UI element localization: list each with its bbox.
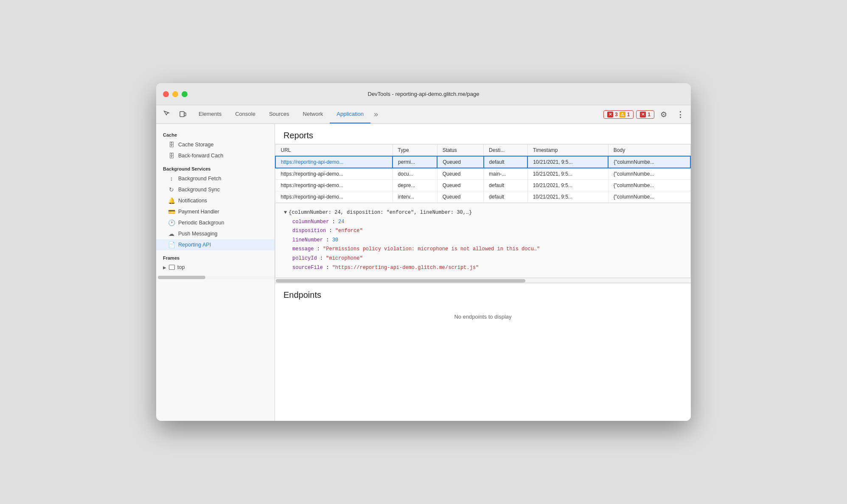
sidebar-scrollbar[interactable] <box>156 276 275 279</box>
cache-header: Cache <box>156 127 275 139</box>
tab-application[interactable]: Application <box>330 105 370 123</box>
collapse-icon: ▼ <box>284 208 287 218</box>
bg-fetch-icon: ↕ <box>168 175 175 182</box>
sidebar-item-payment[interactable]: 💳 Payment Handler <box>156 206 275 217</box>
frames-header: Frames <box>156 250 275 262</box>
key-disposition: disposition <box>292 228 326 234</box>
val-sourceFile: "https://reporting-api-demo.glitch.me/sc… <box>332 265 479 271</box>
tab-network[interactable]: Network <box>296 105 330 123</box>
reports-table: URL Type Status Desti... Timestamp Body … <box>275 144 691 203</box>
tab-bar: Elements Console Sources Network Applica… <box>192 105 602 123</box>
periodic-bg-label: Periodic Backgroun <box>178 220 224 226</box>
val-disposition: "enforce" <box>335 228 363 234</box>
reports-header: Reports <box>275 124 691 144</box>
col-status: Status <box>437 145 483 157</box>
json-prop-message: message : "Permissions policy violation:… <box>284 245 682 254</box>
col-dest: Desti... <box>484 145 528 157</box>
sidebar-item-cache-storage[interactable]: 🗄 Cache Storage <box>156 139 275 150</box>
main-content: Cache 🗄 Cache Storage 🗄 Back-forward Cac… <box>156 124 691 421</box>
row-status: Queued <box>437 168 483 180</box>
row-timestamp: 10/21/2021, 9:5... <box>527 180 608 191</box>
row-dest: default <box>484 156 528 168</box>
val-message: "Permissions policy violation: microphon… <box>323 246 540 252</box>
tab-elements[interactable]: Elements <box>192 105 228 123</box>
row-url: https://reporting-api-demo... <box>275 168 393 180</box>
sidebar-item-bg-sync[interactable]: ↻ Background Sync <box>156 184 275 195</box>
device-icon[interactable] <box>176 108 190 121</box>
bg-fetch-label: Background Fetch <box>178 176 221 182</box>
no-endpoints-message: No endpoints to display <box>275 303 691 330</box>
svg-rect-1 <box>184 113 186 116</box>
col-type: Type <box>393 145 437 157</box>
push-icon: ☁ <box>168 230 175 237</box>
bg-sync-label: Background Sync <box>178 187 220 193</box>
toolbar-right: ✕ 3 ⚠ 1 ✕ 1 ⚙ ⋮ <box>603 108 687 121</box>
content-area: Reports URL Type Status Desti... Timesta… <box>275 124 691 421</box>
periodic-bg-icon: 🕐 <box>168 219 175 226</box>
table-row[interactable]: https://reporting-api-demo... depre... Q… <box>275 180 690 191</box>
row-body: {"columnNumbe... <box>608 180 690 191</box>
sidebar-item-top-frame[interactable]: ▶ top <box>156 262 275 272</box>
window-title: DevTools - reporting-api-demo.glitch.me/… <box>367 91 479 97</box>
back-forward-icon: 🗄 <box>168 152 175 159</box>
sidebar-scroll-thumb <box>158 276 205 279</box>
warn-count: 1 <box>627 112 630 118</box>
notifications-label: Notifications <box>178 198 207 204</box>
tab-sources[interactable]: Sources <box>262 105 296 123</box>
col-body: Body <box>608 145 690 157</box>
key-columnNumber: columnNumber <box>292 219 329 225</box>
json-prop-columnNumber: columnNumber : 24 <box>284 218 682 227</box>
svg-rect-0 <box>180 112 184 117</box>
bg-services-header: Background Services <box>156 161 275 173</box>
row-body: {"columnNumbe... <box>608 168 690 180</box>
val-lineNumber: 30 <box>332 237 338 243</box>
error-badge-2[interactable]: ✕ 1 <box>636 110 654 119</box>
more-options-icon[interactable]: ⋮ <box>673 108 687 121</box>
notifications-icon: 🔔 <box>168 197 175 204</box>
reporting-api-icon: 📄 <box>168 241 175 248</box>
key-policyId: policyId <box>292 255 317 261</box>
sidebar-item-bg-fetch[interactable]: ↕ Background Fetch <box>156 173 275 184</box>
sidebar-item-notifications[interactable]: 🔔 Notifications <box>156 195 275 206</box>
json-prop-disposition: disposition : "enforce" <box>284 227 682 236</box>
tab-console[interactable]: Console <box>228 105 262 123</box>
col-timestamp: Timestamp <box>527 145 608 157</box>
json-prop-lineNumber: lineNumber : 30 <box>284 236 682 245</box>
json-prop-sourceFile: sourceFile : "https://reporting-api-demo… <box>284 263 682 273</box>
row-url: https://reporting-api-demo... <box>275 156 393 168</box>
maximize-button[interactable] <box>182 91 188 97</box>
sidebar-item-periodic-bg[interactable]: 🕐 Periodic Backgroun <box>156 217 275 228</box>
key-message: message <box>292 246 314 252</box>
sidebar-item-reporting-api[interactable]: 📄 Reporting API <box>156 239 275 250</box>
row-type: depre... <box>393 180 437 191</box>
val-columnNumber: 24 <box>338 219 344 225</box>
row-status: Queued <box>437 180 483 191</box>
sidebar-item-push[interactable]: ☁ Push Messaging <box>156 228 275 239</box>
row-dest: main-... <box>484 168 528 180</box>
inspect-icon[interactable] <box>160 108 174 121</box>
json-detail-panel: ▼ {columnNumber: 24, disposition: "enfor… <box>275 203 691 278</box>
row-body: {"columnNumbe... <box>608 191 690 203</box>
horizontal-scrollbar[interactable] <box>275 278 691 283</box>
payment-icon: 💳 <box>168 208 175 215</box>
error-x-icon: ✕ <box>607 112 613 118</box>
error-badge-1[interactable]: ✕ 3 ⚠ 1 <box>603 110 634 119</box>
frame-icon <box>169 265 175 270</box>
json-summary-row[interactable]: ▼ {columnNumber: 24, disposition: "enfor… <box>284 208 682 218</box>
table-row[interactable]: https://reporting-api-demo... interv... … <box>275 191 690 203</box>
table-row[interactable]: https://reporting-api-demo... permi... Q… <box>275 156 690 168</box>
cache-storage-icon: 🗄 <box>168 141 175 148</box>
settings-icon[interactable]: ⚙ <box>657 108 670 121</box>
close-button[interactable] <box>163 91 169 97</box>
minimize-button[interactable] <box>172 91 178 97</box>
sidebar-item-back-forward[interactable]: 🗄 Back-forward Cach <box>156 150 275 161</box>
table-row[interactable]: https://reporting-api-demo... docu... Qu… <box>275 168 690 180</box>
row-dest: default <box>484 191 528 203</box>
toolbar: Elements Console Sources Network Applica… <box>156 105 691 124</box>
row-timestamp: 10/21/2021, 9:5... <box>527 156 608 168</box>
col-url: URL <box>275 145 393 157</box>
error-x-icon-2: ✕ <box>640 112 646 118</box>
error-count-2: 1 <box>648 112 651 118</box>
reporting-api-label: Reporting API <box>178 242 211 248</box>
more-tabs-button[interactable]: » <box>370 108 381 120</box>
